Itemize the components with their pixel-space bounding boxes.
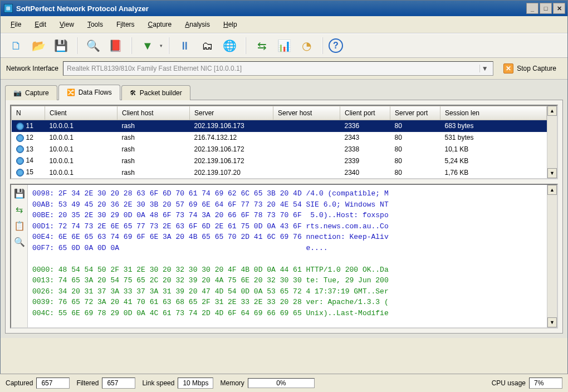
menu-tools[interactable]: Tools: [82, 18, 109, 31]
menu-file[interactable]: File: [5, 18, 27, 31]
table-scrollbar[interactable]: ▲ ▼: [547, 106, 557, 178]
chart-button[interactable]: 📊: [274, 36, 294, 55]
camera-icon: 📷: [13, 89, 22, 97]
mem-bar: 0%: [248, 378, 315, 388]
scroll-down-icon[interactable]: ▼: [547, 168, 557, 178]
titlebar: ⊞ SoftPerfect Network Protocol Analyzer …: [1, 1, 567, 16]
app-icon: ⊞: [4, 4, 13, 13]
tabs: 📷 Capture 🔀 Data Flows 🛠 Packet builder: [5, 84, 563, 100]
captured-label: Captured: [6, 379, 33, 387]
menu-view[interactable]: View: [54, 18, 80, 31]
hex-toolbar: 💾 ⇆ 📋 🔍: [11, 185, 28, 327]
hex-scrollbar[interactable]: ▲ ▼: [547, 185, 557, 327]
flows-table: N Client Client host Server Server host …: [10, 105, 558, 179]
table-row[interactable]: 1110.0.0.1rash202.139.106.173233680683 b…: [12, 120, 547, 132]
book-button[interactable]: 📕: [105, 36, 125, 55]
statusbar: Captured 657 Filtered 657 Link speed 10 …: [0, 374, 568, 392]
pie-button[interactable]: ◔: [296, 36, 316, 55]
filter-button[interactable]: ▼: [138, 36, 158, 55]
new-button[interactable]: 🗋: [6, 36, 26, 55]
link-label: Link speed: [142, 379, 174, 387]
pause-button[interactable]: ⏸: [175, 36, 195, 55]
save-button[interactable]: 💾: [51, 36, 71, 55]
flows-icon: 🔀: [67, 89, 75, 96]
table-row[interactable]: 1410.0.0.1rash202.139.106.1722339805,24 …: [12, 155, 547, 166]
interface-label: Network Interface: [6, 65, 58, 72]
maximize-button[interactable]: □: [540, 3, 552, 14]
ie-icon: [16, 145, 24, 153]
cpu-value: 7%: [529, 378, 562, 389]
folder2-button[interactable]: 🗂: [197, 36, 217, 55]
hex-viewer: 💾 ⇆ 📋 🔍 0098: 2F 34 2E 30 20 28 63 6F 6D…: [10, 184, 558, 329]
captured-value: 657: [36, 378, 70, 389]
builder-icon: 🛠: [130, 89, 136, 97]
filtered-label: Filtered: [76, 379, 99, 387]
cpu-label: CPU usage: [492, 379, 526, 387]
table-row[interactable]: 1510.0.0.1rash202.139.107.202340801,76 K…: [12, 166, 547, 178]
menu-edit[interactable]: Edit: [29, 18, 52, 31]
find-button[interactable]: 🔍: [83, 36, 103, 55]
help-button[interactable]: ?: [329, 38, 343, 53]
open-button[interactable]: 📂: [28, 36, 48, 55]
tab-packet-builder[interactable]: 🛠 Packet builder: [121, 85, 190, 100]
scroll-up-icon[interactable]: ▲: [547, 185, 557, 195]
chevron-down-icon: ▼: [479, 65, 489, 72]
col-slen[interactable]: Session len: [440, 106, 547, 120]
interface-value: Realtek RTL8139/810x Family Fast Etherne…: [67, 65, 242, 72]
col-chost[interactable]: Client host: [117, 106, 190, 120]
swap-button[interactable]: ⇆: [252, 36, 272, 55]
menu-capture[interactable]: Capture: [143, 18, 178, 31]
col-server[interactable]: Server: [190, 106, 273, 120]
interface-select[interactable]: Realtek RTL8139/810x Family Fast Etherne…: [63, 61, 493, 76]
col-cport[interactable]: Client port: [340, 106, 390, 120]
stop-icon: ✕: [503, 63, 513, 74]
menu-analysis[interactable]: Analysis: [179, 18, 216, 31]
ie-icon: [16, 157, 24, 165]
tab-data-flows[interactable]: 🔀 Data Flows: [58, 85, 120, 100]
hex-save-icon[interactable]: 💾: [14, 188, 25, 199]
ie-icon: [16, 134, 24, 142]
link-value: 10 Mbps: [178, 378, 213, 389]
globe-button[interactable]: 🌐: [219, 36, 239, 55]
hex-copy-icon[interactable]: 📋: [14, 220, 25, 231]
col-client[interactable]: Client: [45, 106, 117, 120]
table-row[interactable]: 1310.0.0.1rash202.139.106.17223388010,1 …: [12, 144, 547, 155]
tab-capture[interactable]: 📷 Capture: [5, 85, 57, 100]
hex-swap-icon[interactable]: ⇆: [16, 204, 23, 215]
hex-find-icon[interactable]: 🔍: [14, 237, 25, 247]
mem-label: Memory: [220, 379, 244, 387]
interface-row: Network Interface Realtek RTL8139/810x F…: [1, 58, 567, 80]
filtered-value: 657: [102, 378, 135, 389]
menu-filters[interactable]: Filters: [111, 18, 140, 31]
col-shost[interactable]: Server host: [273, 106, 340, 120]
stop-capture-button[interactable]: ✕ Stop Capture: [498, 61, 562, 76]
menubar: File Edit View Tools Filters Capture Ana…: [1, 16, 567, 33]
ie-icon: [16, 169, 24, 177]
menu-help[interactable]: Help: [218, 18, 243, 31]
toolbar: 🗋 📂 💾 🔍 📕 ▼ ▾ ⏸ 🗂 🌐 ⇆ 📊 ◔ ?: [1, 33, 567, 58]
filter-dropdown-icon[interactable]: ▾: [160, 43, 163, 48]
close-button[interactable]: ✕: [553, 3, 565, 14]
window-title: SoftPerfect Network Protocol Analyzer: [16, 4, 526, 13]
ie-icon: [16, 122, 24, 130]
minimize-button[interactable]: _: [526, 3, 538, 14]
scroll-down-icon[interactable]: ▼: [547, 317, 557, 327]
scroll-up-icon[interactable]: ▲: [547, 106, 557, 116]
stop-capture-label: Stop Capture: [517, 65, 556, 72]
col-n[interactable]: N: [12, 106, 45, 120]
hex-content: 0098: 2F 34 2E 30 20 28 63 6F 6D 70 61 7…: [28, 185, 547, 327]
table-row[interactable]: 1210.0.0.1rash216.74.132.12234380531 byt…: [12, 132, 547, 144]
col-sport[interactable]: Server port: [390, 106, 440, 120]
